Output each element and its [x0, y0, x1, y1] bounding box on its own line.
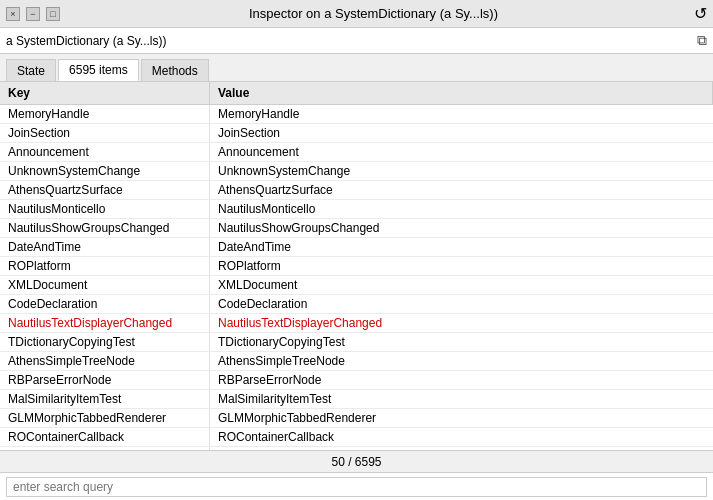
- cell-value: RBParseErrorNode: [210, 371, 713, 389]
- close-button[interactable]: ×: [6, 7, 20, 21]
- column-header-value: Value: [210, 82, 713, 104]
- table-row[interactable]: NautilusShowGroupsChangedNautilusShowGro…: [0, 219, 713, 238]
- copy-icon[interactable]: ⧉: [697, 32, 707, 49]
- cell-key: JoinSection: [0, 124, 210, 142]
- cell-key: TDictionaryCopyingTest: [0, 333, 210, 351]
- cell-value: MalSimilarityItemTest: [210, 390, 713, 408]
- cell-key: UnknownSystemChange: [0, 162, 210, 180]
- column-header-key: Key: [0, 82, 210, 104]
- cell-value: NautilusShowGroupsChanged: [210, 219, 713, 237]
- search-bar: [0, 472, 713, 500]
- table-row[interactable]: MalSimilarityItemTestMalSimilarityItemTe…: [0, 390, 713, 409]
- table-header: Key Value: [0, 82, 713, 105]
- subtitle-text: a SystemDictionary (a Sy...ls)): [6, 34, 166, 48]
- cell-key: MemoryHandle: [0, 105, 210, 123]
- table-row[interactable]: ROPlatformROPlatform: [0, 257, 713, 276]
- table-row[interactable]: AthensQuartzSurfaceAthensQuartzSurface: [0, 181, 713, 200]
- cell-value: JoinSection: [210, 124, 713, 142]
- table-row[interactable]: ROContainerCallbackROContainerCallback: [0, 428, 713, 447]
- cell-key: NautilusShowGroupsChanged: [0, 219, 210, 237]
- title-bar: × − □ Inspector on a SystemDictionary (a…: [0, 0, 713, 28]
- status-bar: 50 / 6595: [0, 450, 713, 472]
- refresh-icon[interactable]: ↺: [694, 4, 707, 23]
- tab-methods[interactable]: Methods: [141, 59, 209, 81]
- cell-value: CodeDeclaration: [210, 295, 713, 313]
- cell-key: NautilusMonticello: [0, 200, 210, 218]
- table-row[interactable]: XMLDocumentXMLDocument: [0, 276, 713, 295]
- cell-key: ROPlatform: [0, 257, 210, 275]
- table-container: Key Value MemoryHandleMemoryHandleJoinSe…: [0, 82, 713, 450]
- cell-value: DateAndTime: [210, 238, 713, 256]
- table-row[interactable]: NautilusMonticelloNautilusMonticello: [0, 200, 713, 219]
- cell-key: MalSimilarityItemTest: [0, 390, 210, 408]
- table-body: MemoryHandleMemoryHandleJoinSectionJoinS…: [0, 105, 713, 450]
- table-row[interactable]: TDictionaryCopyingTestTDictionaryCopying…: [0, 333, 713, 352]
- cell-value: AthensSimpleTreeNode: [210, 352, 713, 370]
- cell-value: Announcement: [210, 143, 713, 161]
- window-controls[interactable]: × − □: [6, 7, 60, 21]
- table-row[interactable]: NautilusTextDisplayerChangedNautilusText…: [0, 314, 713, 333]
- status-text: 50 / 6595: [331, 455, 381, 469]
- cell-value: GLMMorphicTabbedRenderer: [210, 409, 713, 427]
- cell-key: XMLDocument: [0, 276, 210, 294]
- table-row[interactable]: RBParseErrorNodeRBParseErrorNode: [0, 371, 713, 390]
- cell-value: MemoryHandle: [210, 105, 713, 123]
- table-row[interactable]: CodeDeclarationCodeDeclaration: [0, 295, 713, 314]
- search-input[interactable]: [6, 477, 707, 497]
- cell-value: TDictionaryCopyingTest: [210, 333, 713, 351]
- cell-value: XMLDocument: [210, 276, 713, 294]
- cell-value: AthensQuartzSurface: [210, 181, 713, 199]
- cell-value: ROContainerCallback: [210, 428, 713, 446]
- cell-value: UnknownSystemChange: [210, 162, 713, 180]
- table-row[interactable]: AnnouncementAnnouncement: [0, 143, 713, 162]
- table-row[interactable]: AthensSimpleTreeNodeAthensSimpleTreeNode: [0, 352, 713, 371]
- tab-items[interactable]: 6595 items: [58, 59, 139, 81]
- cell-key: AthensSimpleTreeNode: [0, 352, 210, 370]
- cell-key: AthensQuartzSurface: [0, 181, 210, 199]
- cell-key: GLMMorphicTabbedRenderer: [0, 409, 210, 427]
- tab-state[interactable]: State: [6, 59, 56, 81]
- table-row[interactable]: MemoryHandleMemoryHandle: [0, 105, 713, 124]
- tabs-bar: State 6595 items Methods: [0, 54, 713, 82]
- cell-key: ROContainerCallback: [0, 428, 210, 446]
- subtitle-bar: a SystemDictionary (a Sy...ls)) ⧉: [0, 28, 713, 54]
- cell-value: ROPlatform: [210, 257, 713, 275]
- cell-key: DateAndTime: [0, 238, 210, 256]
- cell-value: NautilusMonticello: [210, 200, 713, 218]
- maximize-button[interactable]: □: [46, 7, 60, 21]
- cell-value: NautilusTextDisplayerChanged: [210, 314, 713, 332]
- table-row[interactable]: JoinSectionJoinSection: [0, 124, 713, 143]
- cell-key: RBParseErrorNode: [0, 371, 210, 389]
- table-row[interactable]: GLMMorphicTabbedRendererGLMMorphicTabbed…: [0, 409, 713, 428]
- cell-key: NautilusTextDisplayerChanged: [0, 314, 210, 332]
- window-title: Inspector on a SystemDictionary (a Sy...…: [60, 6, 687, 21]
- title-bar-right: ↺: [687, 4, 707, 23]
- cell-key: CodeDeclaration: [0, 295, 210, 313]
- table-row[interactable]: UnknownSystemChangeUnknownSystemChange: [0, 162, 713, 181]
- cell-key: Announcement: [0, 143, 210, 161]
- table-row[interactable]: DateAndTimeDateAndTime: [0, 238, 713, 257]
- minimize-button[interactable]: −: [26, 7, 40, 21]
